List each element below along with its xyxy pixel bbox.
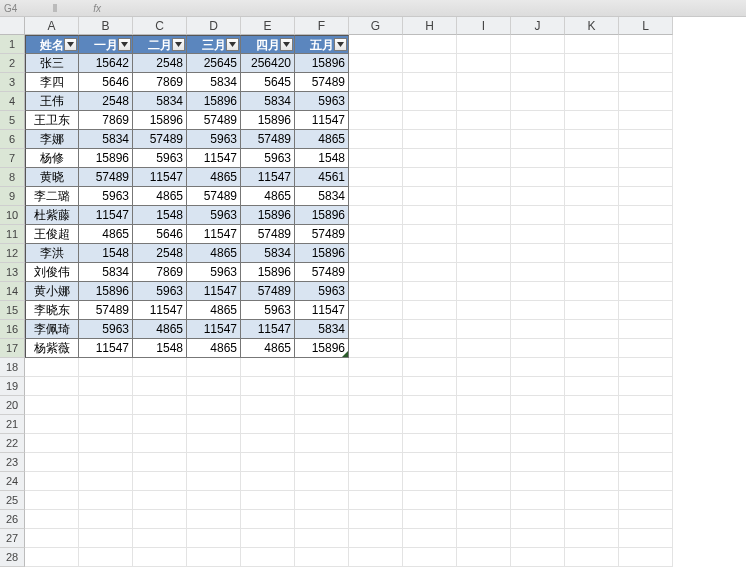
cell-I23[interactable] [457,453,511,472]
cell-J10[interactable] [511,206,565,225]
cell-D16[interactable]: 11547 [187,320,241,339]
cell-E8[interactable]: 11547 [241,168,295,187]
cell-I27[interactable] [457,529,511,548]
row-header-2[interactable]: 2 [0,54,25,73]
cell-F1[interactable]: 五月 [295,35,349,54]
cell-F27[interactable] [295,529,349,548]
cell-D7[interactable]: 11547 [187,149,241,168]
cell-H11[interactable] [403,225,457,244]
row-header-22[interactable]: 22 [0,434,25,453]
column-header-C[interactable]: C [133,17,187,35]
cell-B14[interactable]: 15896 [79,282,133,301]
row-header-9[interactable]: 9 [0,187,25,206]
cell-H14[interactable] [403,282,457,301]
row-header-25[interactable]: 25 [0,491,25,510]
cell-D11[interactable]: 11547 [187,225,241,244]
cell-L25[interactable] [619,491,673,510]
cell-I12[interactable] [457,244,511,263]
cell-F10[interactable]: 15896 [295,206,349,225]
cell-A5[interactable]: 王卫东 [25,111,79,130]
cell-C6[interactable]: 57489 [133,130,187,149]
column-header-J[interactable]: J [511,17,565,35]
cell-G11[interactable] [349,225,403,244]
cell-E3[interactable]: 5645 [241,73,295,92]
cell-F23[interactable] [295,453,349,472]
row-header-11[interactable]: 11 [0,225,25,244]
cell-J1[interactable] [511,35,565,54]
cell-G19[interactable] [349,377,403,396]
cell-I1[interactable] [457,35,511,54]
cell-G7[interactable] [349,149,403,168]
cell-I13[interactable] [457,263,511,282]
cell-E18[interactable] [241,358,295,377]
cell-K5[interactable] [565,111,619,130]
cell-I6[interactable] [457,130,511,149]
row-header-24[interactable]: 24 [0,472,25,491]
cell-B25[interactable] [79,491,133,510]
filter-dropdown-icon[interactable] [172,38,185,51]
row-header-8[interactable]: 8 [0,168,25,187]
cell-J2[interactable] [511,54,565,73]
cell-G16[interactable] [349,320,403,339]
cell-A24[interactable] [25,472,79,491]
cell-F8[interactable]: 4561 [295,168,349,187]
cell-B23[interactable] [79,453,133,472]
cell-I24[interactable] [457,472,511,491]
cell-L27[interactable] [619,529,673,548]
cell-H24[interactable] [403,472,457,491]
cell-C13[interactable]: 7869 [133,263,187,282]
row-header-20[interactable]: 20 [0,396,25,415]
cell-F11[interactable]: 57489 [295,225,349,244]
cell-A28[interactable] [25,548,79,567]
cell-B3[interactable]: 5646 [79,73,133,92]
cell-B5[interactable]: 7869 [79,111,133,130]
cell-A27[interactable] [25,529,79,548]
cell-B18[interactable] [79,358,133,377]
cell-E16[interactable]: 11547 [241,320,295,339]
cell-D6[interactable]: 5963 [187,130,241,149]
cell-K18[interactable] [565,358,619,377]
cell-C22[interactable] [133,434,187,453]
cell-A18[interactable] [25,358,79,377]
cell-C7[interactable]: 5963 [133,149,187,168]
row-header-6[interactable]: 6 [0,130,25,149]
cell-A19[interactable] [25,377,79,396]
cell-C1[interactable]: 二月 [133,35,187,54]
cell-F20[interactable] [295,396,349,415]
cell-B6[interactable]: 5834 [79,130,133,149]
cell-K13[interactable] [565,263,619,282]
cell-G4[interactable] [349,92,403,111]
cell-G24[interactable] [349,472,403,491]
cell-D19[interactable] [187,377,241,396]
cell-G14[interactable] [349,282,403,301]
cell-F12[interactable]: 15896 [295,244,349,263]
cell-J27[interactable] [511,529,565,548]
cell-F21[interactable] [295,415,349,434]
cell-F9[interactable]: 5834 [295,187,349,206]
cell-C26[interactable] [133,510,187,529]
cell-A16[interactable]: 李佩琦 [25,320,79,339]
cell-L16[interactable] [619,320,673,339]
cell-F13[interactable]: 57489 [295,263,349,282]
cell-E4[interactable]: 5834 [241,92,295,111]
cell-E27[interactable] [241,529,295,548]
cell-J25[interactable] [511,491,565,510]
cell-F2[interactable]: 15896 [295,54,349,73]
cell-G27[interactable] [349,529,403,548]
cell-H20[interactable] [403,396,457,415]
column-header-E[interactable]: E [241,17,295,35]
cell-J14[interactable] [511,282,565,301]
cell-F16[interactable]: 5834 [295,320,349,339]
cell-I28[interactable] [457,548,511,567]
cell-K12[interactable] [565,244,619,263]
cell-A7[interactable]: 杨修 [25,149,79,168]
cell-D23[interactable] [187,453,241,472]
cell-A2[interactable]: 张三 [25,54,79,73]
cell-C23[interactable] [133,453,187,472]
cell-I22[interactable] [457,434,511,453]
cell-A21[interactable] [25,415,79,434]
cell-H3[interactable] [403,73,457,92]
cell-K1[interactable] [565,35,619,54]
cell-B17[interactable]: 11547 [79,339,133,358]
column-header-F[interactable]: F [295,17,349,35]
